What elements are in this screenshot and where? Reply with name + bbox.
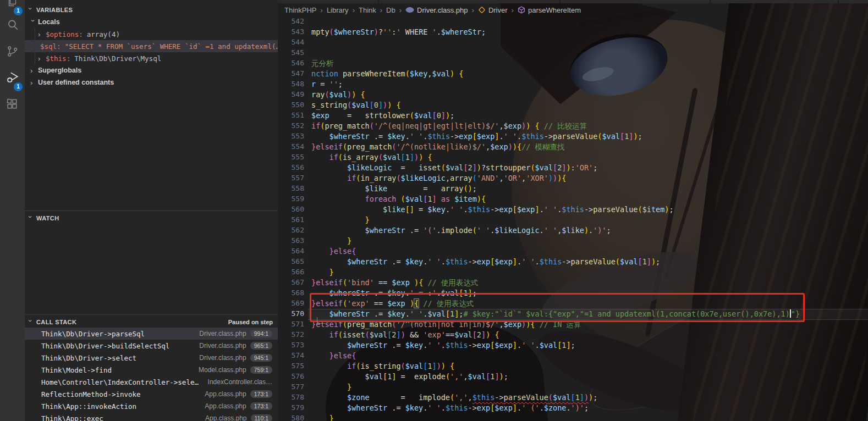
gutter-line-number[interactable]: 547: [278, 69, 304, 77]
gutter-line-number[interactable]: 573: [278, 341, 304, 349]
code-line[interactable]: 543mpty($whereStr)?'':' WHERE '.$whereSt…: [278, 27, 868, 38]
call-stack-frame[interactable]: Think\App::invokeActionApp.class.php173:…: [25, 400, 278, 412]
breadcrumb-method[interactable]: parseWhereItem: [528, 6, 581, 14]
gutter-line-number[interactable]: 561: [278, 215, 304, 224]
code-line[interactable]: 559 foreach ($val[1] as $item){: [278, 195, 868, 205]
gutter-line-number[interactable]: 550: [278, 101, 304, 109]
breadcrumb-item[interactable]: Library: [327, 6, 349, 14]
activity-explorer[interactable]: 1: [0, 0, 25, 14]
watch-section-header[interactable]: › WATCH: [25, 212, 278, 224]
code-line[interactable]: 556 $likeLogic = isset($val[2])?strtoupp…: [278, 163, 868, 174]
code-line[interactable]: 565 $whereStr .= $key.' '.$this->exp[$ex…: [278, 257, 868, 268]
variables-section-header[interactable]: › VARIABLES: [25, 4, 278, 16]
gutter-line-number[interactable]: 571: [278, 320, 304, 328]
scope-locals[interactable]: › Locals: [25, 16, 278, 28]
activity-search[interactable]: [0, 14, 25, 37]
gutter-line-number[interactable]: 556: [278, 163, 304, 171]
call-stack-frame[interactable]: Think\Db\Driver->buildSelectSqlDriver.cl…: [25, 340, 278, 352]
variable-row[interactable]: ›$options:array(4): [25, 28, 278, 40]
breadcrumb-item[interactable]: ThinkPHP: [284, 6, 317, 14]
gutter-line-number[interactable]: 559: [278, 195, 304, 203]
gutter-line-number[interactable]: 554: [278, 142, 304, 151]
code-line[interactable]: 568 $whereStr .= $key.' = :'.$val[1];: [278, 289, 868, 299]
gutter-line-number[interactable]: 574: [278, 351, 304, 359]
code-line[interactable]: 544: [278, 38, 868, 48]
code-line[interactable]: 550s_string($val[0])) {: [278, 101, 868, 111]
gutter-line-number[interactable]: 548: [278, 80, 304, 88]
gutter-line-number[interactable]: 566: [278, 268, 304, 276]
code-line[interactable]: 552if(preg_match('/^(eq|neq|gt|egt|lt|el…: [278, 121, 868, 132]
gutter-line-number[interactable]: 543: [278, 27, 304, 36]
code-line[interactable]: 576 $val[1] = explode(',',$val[1]);: [278, 372, 868, 383]
code-line[interactable]: 579 $whereStr .= $key.' '.$this->exp[$ex…: [278, 403, 868, 414]
call-stack-frame[interactable]: Think\Db\Driver->selectDriver.class.php9…: [25, 352, 278, 364]
editor-pane[interactable]: ThinkPHP›Library›Think›Db› Driver.class.…: [278, 0, 868, 421]
code-line[interactable]: 561 }: [278, 215, 868, 226]
breadcrumb[interactable]: ThinkPHP›Library›Think›Db› Driver.class.…: [278, 3, 868, 16]
gutter-line-number[interactable]: 575: [278, 362, 304, 370]
code-line[interactable]: 566 }: [278, 268, 868, 278]
scope-superglobals[interactable]: › Superglobals: [25, 64, 278, 76]
code-line[interactable]: 567}elseif('bind' == $exp ){ // 使用表达式: [278, 278, 868, 289]
gutter-line-number[interactable]: 580: [278, 414, 304, 421]
gutter-line-number[interactable]: 563: [278, 236, 304, 245]
gutter-line-number[interactable]: 562: [278, 226, 304, 234]
breadcrumb-class[interactable]: Driver: [488, 6, 508, 14]
code-line[interactable]: 562 $whereStr .= '('.implode(' '.$likeLo…: [278, 226, 868, 236]
gutter-line-number[interactable]: 558: [278, 184, 304, 192]
code-line[interactable]: 578 $zone = implode(',',$this->parseValu…: [278, 393, 868, 403]
code-area[interactable]: 542543mpty($whereStr)?'':' WHERE '.$wher…: [278, 16, 868, 421]
breadcrumb-item[interactable]: Db: [386, 6, 395, 14]
gutter-line-number[interactable]: 549: [278, 90, 304, 98]
gutter-line-number[interactable]: 553: [278, 132, 304, 140]
code-line[interactable]: 570 $whereStr .= $key.' '.$val[1];# $key…: [278, 309, 868, 320]
gutter-line-number[interactable]: 572: [278, 330, 304, 339]
code-line[interactable]: 564 }else{: [278, 247, 868, 257]
gutter-line-number[interactable]: 578: [278, 393, 304, 401]
call-stack-frame[interactable]: Think\App::execApp.class.php110:1: [25, 412, 278, 421]
gutter-line-number[interactable]: 568: [278, 289, 304, 297]
gutter-line-number[interactable]: 570: [278, 309, 304, 318]
code-line[interactable]: 542: [278, 17, 868, 27]
gutter-line-number[interactable]: 552: [278, 121, 304, 130]
code-line[interactable]: 555 if(is_array($val[1])) {: [278, 153, 868, 163]
call-stack-frame[interactable]: Think\Db\Driver->parseSqlDriver.class.ph…: [25, 328, 278, 340]
code-line[interactable]: 575 if(is_string($val[1])) {: [278, 362, 868, 372]
gutter-line-number[interactable]: 569: [278, 299, 304, 307]
gutter-line-number[interactable]: 576: [278, 372, 304, 380]
code-line[interactable]: 577 }: [278, 383, 868, 393]
gutter-line-number[interactable]: 557: [278, 174, 304, 182]
code-line[interactable]: 574 }else{: [278, 351, 868, 362]
code-line[interactable]: 558 $like = array();: [278, 184, 868, 195]
gutter-line-number[interactable]: 555: [278, 153, 304, 161]
code-line[interactable]: 548r = '';: [278, 80, 868, 90]
code-line[interactable]: 553 $whereStr .= $key.' '.$this->exp[$ex…: [278, 132, 868, 142]
code-line[interactable]: 560 $like[] = $key.' '.$this->exp[$exp].…: [278, 205, 868, 215]
code-line[interactable]: 571}elseif(preg_match('/^(notin|not in|i…: [278, 320, 868, 330]
breadcrumb-file[interactable]: Driver.class.php: [417, 6, 468, 14]
gutter-line-number[interactable]: 565: [278, 257, 304, 265]
code-line[interactable]: 547nction parseWhereItem($key,$val) {: [278, 69, 868, 80]
gutter-line-number[interactable]: 544: [278, 38, 304, 46]
breadcrumb-item[interactable]: Think: [359, 6, 376, 14]
gutter-line-number[interactable]: 567: [278, 278, 304, 286]
activity-run-debug[interactable]: 1: [0, 67, 25, 90]
code-line[interactable]: 569}elseif('exp' == $exp ){ // 使用表达式: [278, 299, 868, 309]
code-line[interactable]: 549ray($val)) {: [278, 90, 868, 101]
gutter-line-number[interactable]: 542: [278, 17, 304, 25]
gutter-line-number[interactable]: 546: [278, 59, 304, 67]
variable-row[interactable]: ›$this:Think\Db\Driver\Mysql: [25, 52, 278, 64]
code-line[interactable]: 546元分析: [278, 59, 868, 69]
code-line[interactable]: 563 }: [278, 236, 868, 247]
code-line[interactable]: 580 }: [278, 414, 868, 421]
call-stack-frame[interactable]: Think\Model->findModel.class.php759:1: [25, 364, 278, 376]
gutter-line-number[interactable]: 564: [278, 247, 304, 255]
code-line[interactable]: 554}elseif(preg_match('/^(notlike|like)$…: [278, 142, 868, 153]
gutter-line-number[interactable]: 551: [278, 111, 304, 119]
code-line[interactable]: 551$exp = strtolower($val[0]);: [278, 111, 868, 121]
variable-row[interactable]: $sql:"SELECT * FROM `users` WHERE `id` =…: [25, 40, 278, 52]
gutter-line-number[interactable]: 579: [278, 403, 304, 412]
code-line[interactable]: 545: [278, 48, 868, 59]
gutter-line-number[interactable]: 545: [278, 48, 304, 57]
call-stack-section-header[interactable]: › CALL STACK Paused on step: [25, 316, 278, 328]
